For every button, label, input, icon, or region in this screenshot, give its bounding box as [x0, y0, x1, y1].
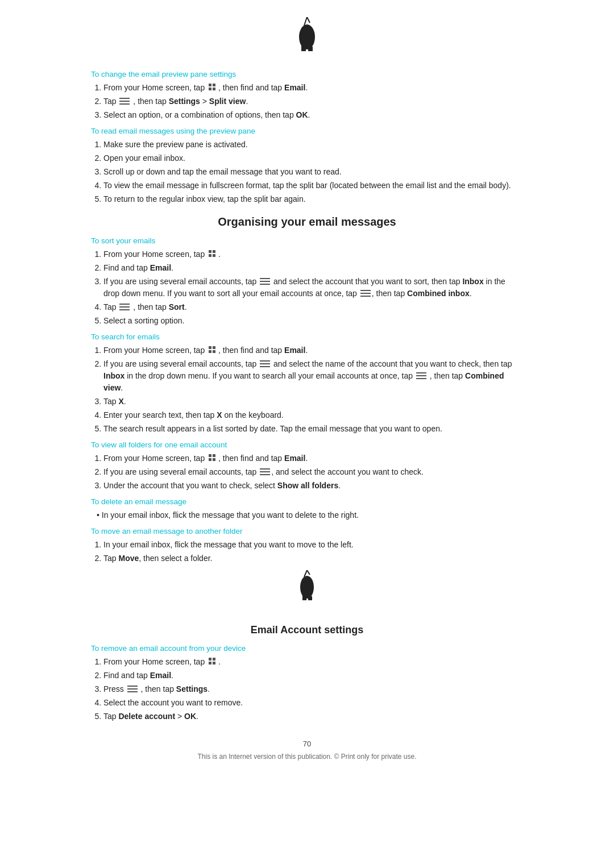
step-item: Find and tap Email.: [103, 262, 523, 274]
menu-icon-6: [416, 372, 426, 380]
svg-rect-30: [260, 363, 270, 364]
svg-rect-38: [213, 458, 215, 461]
svg-rect-34: [416, 378, 426, 379]
svg-rect-17: [260, 281, 270, 282]
step-item: In your email inbox, flick the message t…: [97, 509, 523, 521]
svg-rect-53: [127, 691, 138, 692]
step-item: From your Home screen, tap , then find a…: [103, 82, 523, 94]
step-item: From your Home screen, tap , then find a…: [103, 344, 523, 356]
menu-icon-5: [260, 360, 270, 368]
step-item: If you are using several email accounts,…: [103, 466, 523, 478]
svg-rect-25: [209, 346, 211, 349]
step-item: Find and tap Email.: [103, 670, 523, 682]
grid-icon-2: [208, 250, 217, 259]
svg-rect-6: [213, 84, 215, 86]
svg-rect-41: [260, 474, 270, 475]
steps-move: In your email inbox, flick the message t…: [103, 539, 523, 564]
svg-rect-19: [360, 290, 371, 291]
section-read-email-preview: To read email messages using the preview…: [91, 127, 523, 205]
svg-rect-18: [260, 284, 270, 285]
svg-rect-29: [260, 360, 270, 362]
svg-rect-16: [260, 278, 270, 279]
step-item: If you are using several email accounts,…: [103, 358, 523, 394]
svg-rect-14: [209, 254, 211, 257]
svg-rect-47: [209, 658, 211, 661]
svg-point-44: [300, 576, 314, 599]
steps-folders: From your Home screen, tap , then find a…: [103, 452, 523, 492]
steps-search: From your Home screen, tap , then find a…: [103, 344, 523, 435]
section-search-emails: To search for emails From your Home scre…: [91, 333, 523, 435]
svg-rect-26: [213, 346, 215, 349]
step-item: To return to the regular inbox view, tap…: [103, 193, 523, 205]
footer-note: This is an Internet version of this publ…: [91, 753, 523, 761]
step-item: From your Home screen, tap .: [103, 656, 523, 668]
section-header-change-preview: To change the email preview pane setting…: [91, 70, 523, 78]
section-change-preview-pane: To change the email preview pane setting…: [91, 70, 523, 121]
svg-rect-15: [213, 254, 215, 257]
menu-icon-3: [360, 289, 371, 297]
step-item: Under the account that you want to check…: [103, 480, 523, 492]
section-header-read-email: To read email messages using the preview…: [91, 127, 523, 135]
email-account-title: Email Account settings: [91, 624, 523, 636]
grid-icon-5: [208, 657, 217, 666]
svg-rect-50: [213, 662, 215, 665]
svg-rect-9: [119, 98, 130, 99]
svg-rect-40: [260, 471, 270, 472]
step-item: From your Home screen, tap , then find a…: [103, 452, 523, 464]
svg-rect-33: [416, 375, 426, 376]
svg-rect-32: [416, 372, 426, 373]
svg-rect-51: [127, 686, 138, 687]
menu-icon-8: [127, 685, 138, 693]
svg-rect-36: [213, 454, 215, 457]
step-item: Select an option, or a combination of op…: [103, 109, 523, 121]
menu-icon-7: [260, 468, 270, 476]
svg-rect-3: [301, 45, 306, 51]
section-header-folders: To view all folders for one email accoun…: [91, 441, 523, 449]
svg-rect-7: [209, 88, 211, 90]
step-item: Enter your search text, then tap X on th…: [103, 409, 523, 421]
svg-rect-13: [213, 250, 215, 253]
steps-delete: In your email inbox, flick the message t…: [97, 509, 523, 521]
grid-icon-4: [208, 454, 217, 463]
svg-rect-20: [360, 293, 371, 294]
section-move-email: To move an email message to another fold…: [91, 527, 523, 564]
svg-rect-31: [260, 366, 270, 367]
section-delete-email: To delete an email message In your email…: [91, 497, 523, 521]
svg-rect-8: [213, 88, 215, 90]
svg-rect-28: [213, 350, 215, 353]
section-header-sort: To sort your emails: [91, 236, 523, 245]
step-item: In your email inbox, flick the message t…: [103, 539, 523, 551]
step-item: Make sure the preview pane is activated.: [103, 139, 523, 151]
grid-icon-3: [208, 346, 217, 355]
menu-icon-1: [119, 97, 130, 105]
cursor-icon-mid: [91, 570, 523, 612]
svg-rect-10: [119, 101, 130, 102]
svg-rect-22: [119, 304, 130, 305]
step-item: Tap , then tap Settings > Split view.: [103, 95, 523, 107]
svg-rect-48: [213, 658, 215, 661]
svg-rect-49: [209, 662, 211, 665]
svg-rect-45: [302, 595, 306, 600]
svg-rect-24: [119, 309, 130, 310]
step-item: Select the account you want to remove.: [103, 697, 523, 709]
section-header-delete: To delete an email message: [91, 497, 523, 506]
svg-rect-52: [127, 688, 138, 690]
section-header-move: To move an email message to another fold…: [91, 527, 523, 535]
step-item: The search result appears in a list sort…: [103, 423, 523, 435]
svg-rect-23: [119, 306, 130, 308]
step-item: Open your email inbox.: [103, 152, 523, 164]
steps-sort: From your Home screen, tap . Find and ta…: [103, 248, 523, 327]
svg-rect-46: [308, 596, 312, 600]
section-view-all-folders: To view all folders for one email accoun…: [91, 441, 523, 492]
svg-rect-27: [209, 350, 211, 353]
step-item: Select a sorting option.: [103, 315, 523, 327]
svg-line-43: [307, 570, 310, 575]
step-item: Tap Move, then select a folder.: [103, 553, 523, 564]
grid-icon: [208, 83, 217, 92]
step-item: Tap Delete account > OK.: [103, 711, 523, 722]
main-section-title: Organising your email messages: [91, 215, 523, 229]
page-number: 70: [91, 740, 523, 748]
svg-rect-21: [360, 296, 371, 297]
step-item: Press , then tap Settings.: [103, 683, 523, 695]
svg-rect-4: [308, 47, 313, 51]
